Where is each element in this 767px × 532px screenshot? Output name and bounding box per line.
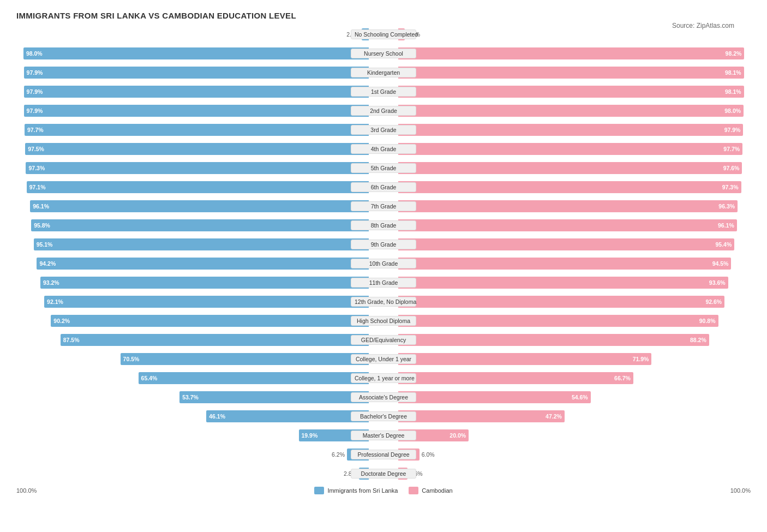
- bar-row: 94.2% 10th Grade 94.5%: [16, 255, 751, 272]
- bar-value-left: 65.4%: [141, 375, 158, 381]
- bar-row: 97.9% 1st Grade 98.1%: [16, 83, 751, 100]
- bar-value-left: 90.2%: [53, 318, 70, 324]
- bar-value-left: 95.1%: [37, 241, 53, 248]
- bar-category-label: 6th Grade: [351, 182, 416, 192]
- bar-category-label: Master's Degree: [351, 431, 416, 440]
- bar-blue: 98.0%: [23, 47, 369, 59]
- bar-value-left: 53.7%: [182, 394, 199, 401]
- bar-category-label: 1st Grade: [351, 87, 416, 97]
- bar-category-label: 8th Grade: [351, 220, 416, 230]
- bar-value-left: 97.1%: [29, 184, 46, 190]
- bar-pink: 96.1%: [398, 219, 737, 231]
- bar-blue: 95.1%: [34, 238, 369, 250]
- bar-value-right: 92.6%: [705, 298, 722, 305]
- bar-category-label: 5th Grade: [351, 163, 416, 173]
- legend-sri-lanka: Immigrants from Sri Lanka: [314, 487, 398, 494]
- bar-category-label: Kindergarten: [351, 68, 416, 77]
- bar-pink: 98.1%: [398, 86, 744, 98]
- bar-row: 97.1% 6th Grade 97.3%: [16, 178, 751, 196]
- bar-row: 2.0% No Schooling Completed 1.9%: [16, 26, 751, 43]
- bar-value-right: 98.0%: [724, 107, 741, 114]
- bar-value-left: 97.7%: [27, 127, 44, 133]
- bar-value-right: 54.6%: [572, 394, 588, 401]
- bar-blue: 97.9%: [24, 67, 369, 79]
- bar-blue: 93.2%: [40, 277, 369, 289]
- bar-row: 46.1% Bachelor's Degree 47.2%: [16, 408, 751, 425]
- bar-value-right: 96.1%: [718, 222, 734, 229]
- bar-pink: 98.2%: [398, 47, 744, 59]
- bar-value-left: 97.3%: [28, 165, 45, 171]
- bar-blue: 65.4%: [139, 372, 369, 384]
- bar-row: 97.9% 2nd Grade 98.0%: [16, 102, 751, 119]
- bar-row: 97.3% 5th Grade 97.6%: [16, 159, 751, 177]
- legend-cambodian-label: Cambodian: [422, 487, 452, 494]
- bar-row: 2.8% Doctorate Degree 2.6%: [16, 465, 751, 482]
- bar-blue: 53.7%: [179, 391, 369, 403]
- bar-value-left: 70.5%: [123, 356, 140, 362]
- bar-value-left: 97.9%: [27, 107, 43, 114]
- bar-row: 6.2% Professional Degree 6.0%: [16, 446, 751, 463]
- bar-pink: 97.6%: [398, 162, 742, 174]
- bar-blue: 96.1%: [30, 200, 369, 212]
- bar-category-label: 12th Grade, No Diploma: [351, 297, 416, 307]
- bar-category-label: 10th Grade: [351, 259, 416, 268]
- bar-row: 96.1% 7th Grade 96.3%: [16, 198, 751, 215]
- bar-row: 87.5% GED/Equivalency 88.2%: [16, 331, 751, 349]
- bar-pink: 66.7%: [398, 372, 633, 384]
- bar-blue: 46.1%: [206, 410, 369, 422]
- bar-blue: 97.5%: [25, 143, 369, 155]
- bar-row: 65.4% College, 1 year or more 66.7%: [16, 369, 751, 387]
- bar-category-label: No Schooling Completed: [351, 29, 416, 39]
- chart-legend: Immigrants from Sri Lanka Cambodian: [37, 487, 730, 494]
- bar-category-label: Doctorate Degree: [351, 469, 416, 479]
- bar-blue: 97.9%: [24, 105, 369, 117]
- bar-value-right: 98.1%: [725, 69, 741, 76]
- bar-blue: 87.5%: [61, 334, 369, 346]
- bar-category-label: Nursery School: [351, 49, 416, 58]
- bar-value-right: 97.7%: [723, 146, 740, 152]
- chart-title: IMMIGRANTS FROM SRI LANKA VS CAMBODIAN E…: [16, 11, 751, 20]
- bar-row: 97.9% Kindergarten 98.1%: [16, 64, 751, 81]
- bar-pink: 71.9%: [398, 353, 652, 365]
- bar-value-right: 66.7%: [614, 375, 631, 381]
- bar-value-right: 95.4%: [715, 241, 732, 248]
- bar-blue: 97.7%: [25, 124, 369, 136]
- bar-blue: 97.1%: [27, 181, 369, 193]
- chart-footer: 100.0% Immigrants from Sri Lanka Cambodi…: [16, 487, 751, 494]
- bar-row: 53.7% Associate's Degree 54.6%: [16, 388, 751, 406]
- bar-pink: 88.2%: [398, 334, 709, 346]
- bar-category-label: GED/Equivalency: [351, 335, 416, 345]
- bar-row: 93.2% 11th Grade 93.6%: [16, 274, 751, 291]
- bar-blue: 97.3%: [26, 162, 369, 174]
- bar-value-left: 87.5%: [63, 337, 80, 343]
- bar-value-left: 96.1%: [33, 203, 49, 210]
- bar-value-left: 97.9%: [27, 88, 43, 95]
- bar-pink: 90.8%: [398, 315, 718, 327]
- bar-row: 92.1% 12th Grade, No Diploma 92.6%: [16, 293, 751, 310]
- bar-row: 95.8% 8th Grade 96.1%: [16, 217, 751, 234]
- bar-value-right: 94.5%: [712, 260, 729, 267]
- bar-category-label: Associate's Degree: [351, 392, 416, 402]
- bar-value-right: 97.6%: [723, 165, 740, 171]
- legend-sri-lanka-label: Immigrants from Sri Lanka: [327, 487, 398, 494]
- bar-value-right: 96.3%: [718, 203, 735, 210]
- swatch-blue: [314, 487, 324, 494]
- bar-value-right: 6.0%: [422, 451, 435, 458]
- bar-blue: 97.9%: [24, 86, 369, 98]
- bar-category-label: 2nd Grade: [351, 106, 416, 116]
- swatch-pink: [409, 487, 418, 494]
- bar-value-left: 95.8%: [34, 222, 50, 229]
- bar-value-right: 98.2%: [726, 50, 742, 57]
- bar-value-left: 97.9%: [27, 69, 43, 76]
- bar-value-right: 97.9%: [724, 127, 741, 133]
- bar-pink: 47.2%: [398, 410, 565, 422]
- bar-value-left: 6.2%: [332, 451, 345, 458]
- bar-category-label: 9th Grade: [351, 240, 416, 249]
- bar-value-left: 19.9%: [302, 432, 318, 439]
- bar-value-right: 93.6%: [709, 279, 726, 286]
- bar-blue: 94.2%: [37, 258, 369, 270]
- bar-blue: 90.2%: [51, 315, 369, 327]
- bar-value-right: 88.2%: [690, 337, 706, 343]
- bar-category-label: 3rd Grade: [351, 125, 416, 135]
- bar-pink: 96.3%: [398, 200, 738, 212]
